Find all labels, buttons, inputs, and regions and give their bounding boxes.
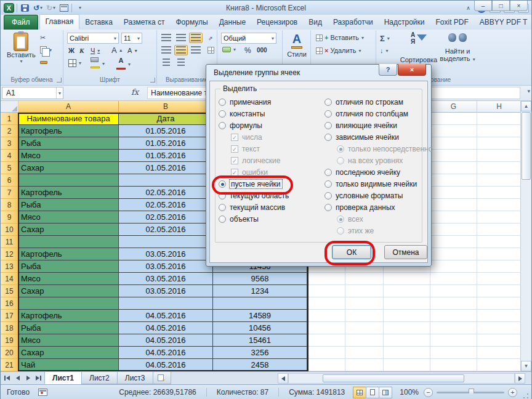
bold-button[interactable]: Ж (68, 47, 75, 54)
autosum-button[interactable]: Σ▾ (380, 34, 390, 43)
radio-пустые ячейки[interactable] (219, 180, 226, 188)
print-preview-button[interactable] (58, 2, 69, 13)
radio-формулы[interactable] (219, 122, 226, 129)
cell-F18[interactable] (384, 322, 430, 334)
cell-F19[interactable] (384, 334, 430, 347)
cell-H9[interactable] (477, 211, 522, 224)
cell-G12[interactable] (430, 248, 477, 260)
zoom-level[interactable]: 100% (400, 388, 419, 397)
cell-D21[interactable] (307, 359, 345, 371)
cell-F17[interactable] (384, 310, 430, 322)
paste-button[interactable]: Вставить ▾ (7, 33, 35, 64)
grow-font-button[interactable]: А▲ (111, 46, 123, 55)
insert-cells-button[interactable]: +Вставить▾ (316, 34, 364, 41)
radio-константы[interactable] (219, 110, 226, 118)
cell-B14[interactable]: 03.05.2016 (119, 273, 213, 285)
cell-B15[interactable]: 03.05.2016 (119, 285, 213, 297)
cell-D14[interactable] (307, 273, 345, 285)
sort-filter-button[interactable]: А Я Сортировка (400, 32, 438, 63)
cell-C18[interactable]: 10456 (213, 322, 307, 334)
row-header-8[interactable]: 8 (1, 199, 18, 211)
cell-H10[interactable] (477, 224, 522, 236)
cell-H7[interactable] (477, 187, 522, 199)
cell-E16[interactable] (345, 297, 384, 310)
zoom-in-button[interactable]: + (508, 388, 517, 397)
sheet-tab-Лист3[interactable]: Лист3 (117, 372, 153, 384)
cell-G10[interactable] (430, 224, 477, 236)
sheet-tab-Лист1[interactable]: Лист1 (44, 372, 82, 384)
cell-B10[interactable]: 02.05.2016 (119, 224, 213, 236)
ok-button[interactable]: ОК (332, 245, 371, 259)
cell-A18[interactable]: Рыба (18, 322, 119, 334)
dialog-launcher-icon[interactable] (150, 78, 155, 83)
align-right-button[interactable] (189, 45, 203, 55)
cell-G4[interactable] (430, 150, 477, 162)
horizontal-scrollbar[interactable] (278, 373, 525, 384)
zoom-slider-track[interactable] (437, 392, 504, 393)
cell-A4[interactable]: Мясо (18, 150, 119, 162)
radio-условные форматы[interactable] (324, 192, 332, 200)
cell-A8[interactable]: Рыба (18, 199, 119, 211)
cell-G3[interactable] (430, 137, 477, 150)
cell-G9[interactable] (430, 211, 477, 224)
row-header-20[interactable]: 20 (1, 347, 18, 359)
radio-текущую область[interactable] (219, 192, 226, 200)
cell-C15[interactable]: 1234 (213, 285, 307, 297)
option-примечания[interactable]: примечания (219, 97, 271, 107)
cell-B4[interactable]: 01.05.2016 (119, 150, 213, 162)
option-константы[interactable]: константы (219, 109, 265, 119)
cell-B7[interactable]: 02.05.2016 (119, 187, 213, 199)
cell-F20[interactable] (384, 347, 430, 359)
cell-A19[interactable]: Мясо (18, 334, 119, 347)
cell-B18[interactable]: 04.05.2016 (119, 322, 213, 334)
option-объекты[interactable]: объекты (219, 214, 259, 224)
dialog-close-button[interactable]: × (398, 64, 426, 76)
cell-B21[interactable]: 04.05.2016 (119, 359, 213, 371)
underline-button[interactable]: Ч▾ (91, 47, 100, 54)
row-header-3[interactable]: 3 (1, 137, 18, 150)
number-format-select[interactable]: Общий▾ (221, 33, 276, 44)
radio-объекты[interactable] (219, 216, 226, 223)
row-header-2[interactable]: 2 (1, 125, 18, 137)
cell-A11[interactable] (18, 236, 119, 248)
row-header-1[interactable]: 1 (1, 113, 18, 125)
cell-G13[interactable] (430, 260, 477, 273)
cell-H8[interactable] (477, 199, 522, 211)
sheet-tab-Лист2[interactable]: Лист2 (81, 372, 118, 384)
redo-button[interactable]: ↻▾ (46, 2, 56, 13)
macro-record-icon[interactable] (38, 389, 47, 396)
zoom-slider-thumb[interactable] (469, 389, 474, 396)
select-all-corner[interactable] (1, 101, 18, 113)
cell-H19[interactable] (477, 334, 522, 347)
last-sheet-button[interactable] (33, 373, 44, 384)
align-middle-button[interactable] (174, 33, 188, 43)
cell-B1[interactable]: Дата (119, 113, 213, 125)
shrink-font-button[interactable]: А▼ (127, 47, 138, 54)
column-header-G[interactable]: G (430, 101, 477, 113)
cell-G16[interactable] (430, 297, 477, 310)
cell-B8[interactable]: 02.05.2016 (119, 199, 213, 211)
row-header-4[interactable]: 4 (1, 150, 18, 162)
tab-Разработчи[interactable]: Разработчи (328, 15, 379, 30)
tab-Главная[interactable]: Главная (39, 14, 80, 30)
cell-F21[interactable] (384, 359, 430, 371)
scroll-down-icon[interactable]: ▼ (521, 361, 531, 371)
row-header-7[interactable]: 7 (1, 187, 18, 199)
row-header-15[interactable]: 15 (1, 285, 18, 297)
radio-отличия по строкам[interactable] (324, 99, 332, 106)
delete-cells-button[interactable]: ×Удалить▾ (316, 47, 361, 54)
merge-center-button[interactable] (204, 45, 217, 55)
cell-A21[interactable]: Чай (18, 359, 119, 371)
align-bottom-button[interactable] (189, 33, 203, 43)
cell-B9[interactable]: 02.05.2016 (119, 211, 213, 224)
percent-button[interactable]: % (244, 46, 251, 55)
radio-только видимые ячейки[interactable] (324, 180, 332, 188)
cell-D19[interactable] (307, 334, 345, 347)
row-header-5[interactable]: 5 (1, 162, 18, 174)
cell-A20[interactable]: Сахар (18, 347, 119, 359)
cell-A6[interactable] (18, 174, 119, 187)
cell-C17[interactable]: 14589 (213, 310, 307, 322)
cell-B12[interactable]: 03.05.2016 (119, 248, 213, 260)
cell-C16[interactable] (213, 297, 307, 310)
cell-E15[interactable] (345, 285, 384, 297)
